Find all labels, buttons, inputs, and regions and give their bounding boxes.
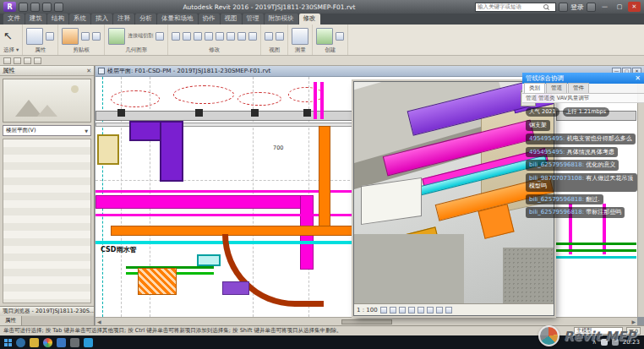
- cut-geometry-icon[interactable]: [108, 28, 125, 45]
- bitrate-badge: 上行 1.21mbps: [563, 107, 610, 117]
- create-group-icon[interactable]: [316, 28, 333, 45]
- family-types-icon[interactable]: [46, 32, 54, 41]
- tab-file[interactable]: 文件: [3, 14, 25, 25]
- minimize-icon[interactable]: —: [598, 2, 611, 12]
- app-icon[interactable]: [70, 338, 79, 347]
- tab-view[interactable]: 视图: [221, 14, 242, 25]
- close-icon[interactable]: ✕: [628, 2, 641, 12]
- tab-structure[interactable]: 结构: [47, 14, 68, 25]
- palette-close-icon[interactable]: ✕: [86, 68, 91, 74]
- rotate-icon[interactable]: [194, 32, 202, 41]
- tab-annotate[interactable]: 注释: [113, 14, 134, 25]
- copy-icon[interactable]: [81, 32, 90, 41]
- undo-icon[interactable]: [30, 3, 40, 12]
- app-icon[interactable]: [84, 338, 93, 347]
- help-icon[interactable]: [587, 3, 596, 12]
- tab-insert[interactable]: 插入: [91, 14, 112, 25]
- move-icon[interactable]: [172, 32, 180, 41]
- start-button-icon[interactable]: [4, 339, 12, 346]
- scroll-left-icon[interactable]: ◀: [97, 319, 101, 324]
- file-explorer-icon[interactable]: [30, 338, 39, 347]
- view-icon: [98, 68, 105, 74]
- column: [303, 109, 311, 117]
- view-scale[interactable]: 1 : 100: [357, 307, 378, 314]
- ribbon: ↖ 选择 ▾ 属性 剪贴板 连接端切割 几何图形 修改 视图 测量: [0, 25, 644, 56]
- modify-cursor-icon[interactable]: ↖: [3, 28, 13, 45]
- scroll-right-icon[interactable]: ▶: [631, 319, 636, 324]
- panel-properties-label: 属性: [26, 46, 54, 55]
- tab-addins[interactable]: 附加模块: [265, 14, 298, 25]
- panel-clipboard: 剪贴板: [58, 25, 105, 55]
- tab-analyze[interactable]: 分析: [135, 14, 156, 25]
- panel-close-icon[interactable]: ✕: [635, 74, 641, 82]
- panel-tab-category[interactable]: 类别: [524, 83, 545, 93]
- crop-view-icon[interactable]: [418, 307, 424, 314]
- mirror-icon[interactable]: [205, 32, 213, 41]
- type-selector[interactable]: 楼层平面(V) ▼: [3, 125, 91, 136]
- tab-massing-site[interactable]: 体量和场地: [157, 14, 198, 25]
- panel-select: ↖ 选择 ▾: [0, 25, 23, 55]
- visual-style-icon[interactable]: [390, 307, 396, 314]
- preview-sun-icon: [71, 85, 79, 93]
- create-similar-icon[interactable]: [336, 32, 344, 41]
- sun-path-icon[interactable]: [399, 307, 406, 314]
- scrollbar-thumb[interactable]: [341, 319, 392, 324]
- exchange-apps-icon[interactable]: [559, 3, 568, 12]
- option-icon-4[interactable]: [34, 57, 41, 64]
- search-icon[interactable]: [543, 4, 548, 9]
- option-icon-1[interactable]: [3, 57, 11, 64]
- print-icon[interactable]: [54, 3, 63, 12]
- column: [195, 109, 203, 117]
- dimension-label: 700: [273, 145, 283, 151]
- temporary-hide-icon[interactable]: [436, 307, 443, 314]
- redo-icon[interactable]: [42, 3, 52, 12]
- shadows-icon[interactable]: [408, 307, 415, 314]
- join-icon[interactable]: [156, 32, 164, 41]
- save-icon[interactable]: [19, 3, 28, 12]
- help-search-box[interactable]: [475, 3, 556, 12]
- tab-properties-palette[interactable]: 属性: [0, 316, 22, 325]
- properties-icon[interactable]: [26, 28, 43, 45]
- crop-region-icon[interactable]: [427, 307, 434, 314]
- revit-taskbar-icon[interactable]: [57, 338, 66, 347]
- split-icon[interactable]: [248, 32, 257, 41]
- tab-modify[interactable]: 修改: [299, 14, 320, 25]
- duct-purple: [160, 121, 183, 182]
- panel-list-row[interactable]: 管道 管道类 VAV风量调节: [522, 94, 644, 103]
- cortana-search-icon[interactable]: [16, 338, 25, 347]
- paste-icon[interactable]: [62, 28, 79, 45]
- property-grid[interactable]: [3, 139, 91, 303]
- align-icon[interactable]: [226, 32, 235, 41]
- revit-app-button[interactable]: R: [3, 2, 16, 12]
- revision-cloud: [237, 92, 281, 106]
- sign-in-label[interactable]: 登录: [570, 3, 584, 12]
- tab-systems[interactable]: 系统: [69, 14, 90, 25]
- option-icon-3[interactable]: [24, 57, 31, 64]
- trim-icon[interactable]: [216, 32, 224, 41]
- panel-geometry: 连接端切割 几何图形: [105, 25, 168, 55]
- panel-clipboard-label: 剪贴板: [62, 46, 101, 55]
- watermark-text: Revit MEP: [564, 329, 636, 344]
- tab-manage[interactable]: 管理: [243, 14, 264, 25]
- panel-tab-pipe[interactable]: 管道: [546, 83, 567, 93]
- panel-tab-fitting[interactable]: 管件: [568, 83, 589, 93]
- hide-icon[interactable]: [276, 32, 284, 41]
- option-icon-2[interactable]: [14, 57, 21, 64]
- window-controls: — ▢ ✕: [598, 2, 641, 12]
- tab-collaborate[interactable]: 协作: [199, 14, 220, 25]
- thin-lines-icon[interactable]: [265, 32, 273, 41]
- offset-icon[interactable]: [237, 32, 246, 41]
- search-input[interactable]: [478, 3, 542, 10]
- chat-message: bili_62579596818: 带标注那些吗: [526, 207, 625, 218]
- chrome-icon[interactable]: [43, 338, 52, 347]
- project-browser-bar[interactable]: 项目浏览器 - 2019TJSJ1811-230S...: [0, 306, 94, 316]
- copy-tool-icon[interactable]: [183, 32, 191, 41]
- pipe-darkred-bend: [222, 234, 324, 307]
- match-type-icon[interactable]: [92, 32, 101, 41]
- maximize-icon[interactable]: ▢: [613, 2, 625, 12]
- tab-architecture[interactable]: 建筑: [25, 14, 46, 25]
- measure-icon[interactable]: [292, 28, 308, 45]
- properties-title: 属性: [3, 67, 15, 75]
- reveal-hidden-icon[interactable]: [445, 307, 452, 314]
- detail-level-icon[interactable]: [380, 307, 387, 314]
